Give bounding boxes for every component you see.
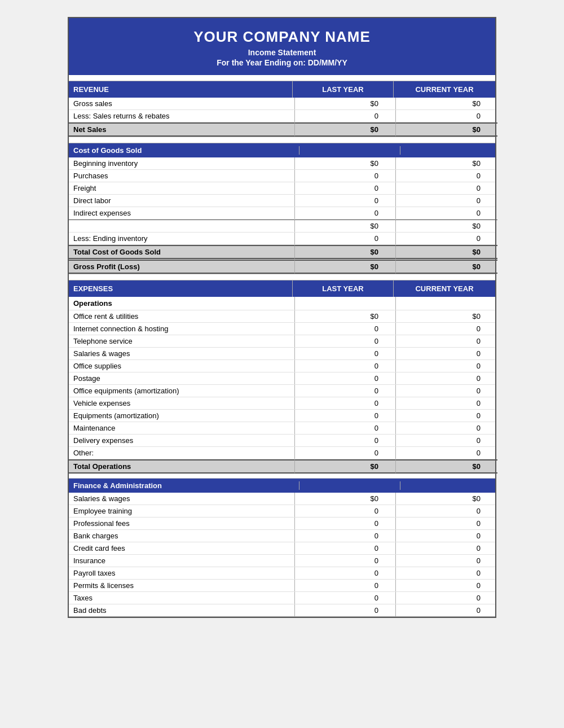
ops-office-rent-row: Office rent & utilities $0 $0 [69,310,495,323]
freight-last: 0 [294,182,396,194]
office-rent-last: $0 [294,310,396,322]
operations-header-row: Operations [69,297,495,310]
returns-current: 0 [396,110,497,122]
fin-taxes-last: 0 [294,592,396,604]
finance-header: Finance & Administration [69,479,495,493]
fin-professional-current: 0 [396,518,497,529]
finance-header-label: Finance & Administration [73,481,299,490]
direct-labor-label: Direct labor [69,195,294,207]
expenses-col1: LAST YEAR [292,280,394,297]
finance-col1-spacer [299,481,400,490]
returns-last: 0 [294,110,396,122]
report-title: Income Statement [74,48,490,57]
fin-credit-last: 0 [294,542,396,554]
fin-bad-debts-row: Bad debts 0 0 [69,604,495,616]
indirect-label: Indirect expenses [69,207,294,219]
cogs-subtotal-label [69,220,294,232]
fin-insurance-row: Insurance 0 0 [69,555,495,567]
ops-office-supplies-row: Office supplies 0 0 [69,360,495,372]
office-rent-current: $0 [396,310,497,322]
ops-salaries-current: 0 [396,348,497,359]
equip-amort-last: 0 [294,410,396,422]
telephone-current: 0 [396,335,497,347]
ops-salaries-label: Salaries & wages [69,348,294,359]
fin-bad-debts-last: 0 [294,604,396,616]
net-sales-current: $0 [396,122,497,137]
telephone-last: 0 [294,335,396,347]
revenue-label: REVENUE [69,81,292,98]
report-date: For the Year Ending on: DD/MM/YY [74,58,490,67]
spacer-1 [69,75,495,81]
maintenance-label: Maintenance [69,422,294,434]
fin-salaries-current: $0 [396,493,497,505]
freight-label: Freight [69,182,294,194]
fin-training-row: Employee training 0 0 [69,505,495,518]
fin-salaries-last: $0 [294,493,396,505]
maintenance-current: 0 [396,422,497,434]
cogs-col2-spacer [400,146,502,155]
telephone-label: Telephone service [69,335,294,347]
revenue-section: REVENUE LAST YEAR CURRENT YEAR Gross sal… [69,81,495,137]
fin-professional-last: 0 [294,518,396,529]
ops-internet-row: Internet connection & hosting 0 0 [69,323,495,335]
net-sales-last: $0 [294,122,396,137]
internet-label: Internet connection & hosting [69,323,294,335]
ending-inv-label: Less: Ending inventory [69,233,294,244]
equip-amort-current: 0 [396,410,497,422]
postage-current: 0 [396,372,497,384]
finance-col2-spacer [400,481,502,490]
office-equip-last: 0 [294,385,396,397]
gross-sales-current: $0 [396,98,497,109]
cogs-subtotal-current: $0 [396,220,497,232]
ops-vehicle-row: Vehicle expenses 0 0 [69,397,495,410]
fin-permits-current: 0 [396,580,497,591]
internet-current: 0 [396,323,497,335]
purchases-current: 0 [396,170,497,182]
total-ops-last: $0 [294,459,396,473]
expenses-header-row: EXPENSES LAST YEAR CURRENT YEAR [69,280,495,297]
beginning-inv-current: $0 [396,157,497,169]
fin-payroll-last: 0 [294,567,396,579]
company-name: YOUR COMPANY NAME [74,28,490,46]
cogs-purchases-row: Purchases 0 0 [69,170,495,182]
fin-credit-row: Credit card fees 0 0 [69,542,495,555]
spacer-3 [69,274,495,280]
gross-profit-label: Gross Profit (Loss) [69,260,294,274]
ops-other-last: 0 [294,447,396,459]
ops-telephone-row: Telephone service 0 0 [69,335,495,348]
fin-payroll-row: Payroll taxes 0 0 [69,567,495,580]
ops-salaries-last: 0 [294,348,396,359]
cogs-direct-labor-row: Direct labor 0 0 [69,195,495,207]
indirect-current: 0 [396,207,497,219]
report-container: YOUR COMPANY NAME Income Statement For t… [68,17,496,618]
report-header: YOUR COMPANY NAME Income Statement For t… [69,18,495,75]
revenue-header-row: REVENUE LAST YEAR CURRENT YEAR [69,81,495,98]
revenue-col2: CURRENT YEAR [394,81,495,98]
total-operations-row: Total Operations $0 $0 [69,459,495,474]
expenses-label: EXPENSES [69,280,292,297]
equip-amort-label: Equipments (amortization) [69,410,294,422]
cogs-beginning-row: Beginning inventory $0 $0 [69,157,495,170]
fin-salaries-row: Salaries & wages $0 $0 [69,493,495,505]
postage-last: 0 [294,372,396,384]
fin-permits-last: 0 [294,580,396,591]
gross-profit-row: Gross Profit (Loss) $0 $0 [69,260,495,274]
office-rent-label: Office rent & utilities [69,310,294,322]
beginning-inv-last: $0 [294,157,396,169]
ops-maintenance-row: Maintenance 0 0 [69,422,495,435]
fin-training-current: 0 [396,505,497,517]
spacer-2 [69,137,495,143]
cogs-header: Cost of Goods Sold [69,143,495,157]
fin-bank-current: 0 [396,530,497,542]
delivery-last: 0 [294,435,396,446]
fin-permits-label: Permits & licenses [69,580,294,591]
office-supplies-last: 0 [294,360,396,372]
fin-training-label: Employee training [69,505,294,517]
vehicle-current: 0 [396,397,497,409]
revenue-row-returns: Less: Sales returns & rebates 0 0 [69,110,495,122]
office-supplies-label: Office supplies [69,360,294,372]
net-sales-label: Net Sales [69,122,294,137]
fin-bank-label: Bank charges [69,530,294,542]
spacer-4 [69,474,495,479]
ops-salaries-row: Salaries & wages 0 0 [69,348,495,360]
